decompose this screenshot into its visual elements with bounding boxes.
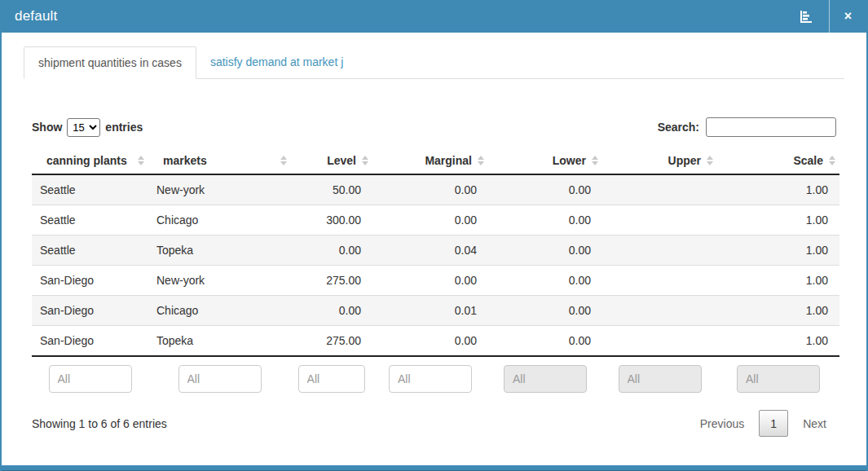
bottom-accent-bar bbox=[2, 465, 866, 471]
cell-canning-plants: San-Diego bbox=[32, 266, 148, 296]
cell-marginal: 0.04 bbox=[372, 236, 488, 266]
next-page-button[interactable]: Next bbox=[793, 412, 836, 435]
cell-scale: 1.00 bbox=[717, 296, 839, 326]
search-input[interactable] bbox=[706, 117, 836, 137]
cell-upper bbox=[602, 205, 717, 236]
sort-icon[interactable] bbox=[478, 156, 484, 165]
sort-icon[interactable] bbox=[280, 156, 287, 165]
table-toolbar: Show 15 entries Search: bbox=[32, 117, 836, 137]
sort-icon[interactable] bbox=[138, 156, 144, 165]
previous-page-button[interactable]: Previous bbox=[690, 412, 754, 435]
bar-chart-icon[interactable] bbox=[783, 0, 829, 33]
search-control: Search: bbox=[658, 117, 836, 137]
tab-shipment-quantities[interactable]: shipment quantities in cases bbox=[24, 46, 196, 79]
cell-marginal: 0.00 bbox=[372, 326, 488, 357]
tab-bar: shipment quantities in cases satisfy dem… bbox=[24, 46, 844, 79]
sort-icon[interactable] bbox=[592, 156, 598, 165]
cell-upper bbox=[602, 236, 717, 266]
table-row: San-DiegoTopeka275.000.000.001.00 bbox=[32, 326, 839, 357]
cell-canning-plants: Seattle bbox=[32, 205, 148, 236]
cell-upper bbox=[602, 174, 717, 205]
column-header-level[interactable]: Level bbox=[291, 147, 372, 174]
column-label: Lower bbox=[553, 154, 586, 167]
cell-lower: 0.00 bbox=[488, 326, 602, 357]
cell-canning-plants: Seattle bbox=[32, 236, 148, 266]
table-row: SeattleChicago300.000.000.001.00 bbox=[32, 205, 839, 236]
cell-lower: 0.00 bbox=[488, 236, 602, 266]
column-filter-row bbox=[32, 356, 839, 398]
sort-icon[interactable] bbox=[707, 156, 713, 165]
titlebar: default × bbox=[2, 0, 866, 33]
column-label: Scale bbox=[793, 154, 823, 167]
pagination: Previous 1 Next bbox=[690, 410, 836, 437]
cell-scale: 1.00 bbox=[717, 236, 839, 266]
cell-scale: 1.00 bbox=[717, 326, 839, 357]
cell-canning-plants: Seattle bbox=[32, 174, 148, 205]
cell-markets: New-york bbox=[148, 174, 291, 205]
cell-scale: 1.00 bbox=[717, 174, 839, 205]
filter-input-canning-plants[interactable] bbox=[49, 365, 132, 393]
dialog-title: default bbox=[15, 8, 57, 24]
cell-upper bbox=[602, 266, 717, 296]
cell-markets: Topeka bbox=[148, 236, 291, 266]
cell-level: 300.00 bbox=[291, 205, 372, 236]
titlebar-actions: × bbox=[783, 0, 866, 33]
cell-level: 275.00 bbox=[291, 266, 372, 296]
cell-scale: 1.00 bbox=[717, 266, 839, 296]
column-label: Upper bbox=[668, 154, 701, 167]
filter-input-scale bbox=[737, 365, 820, 393]
filter-input-markets[interactable] bbox=[178, 365, 262, 393]
column-header-markets[interactable]: markets bbox=[148, 147, 291, 174]
table-row: SeattleTopeka0.000.040.001.00 bbox=[32, 236, 839, 266]
entries-info: Showing 1 to 6 of 6 entries bbox=[32, 417, 167, 430]
cell-canning-plants: San-Diego bbox=[32, 296, 148, 326]
cell-level: 0.00 bbox=[291, 296, 372, 326]
filter-input-upper bbox=[619, 365, 702, 393]
table-row: SeattleNew-york50.000.000.001.00 bbox=[32, 174, 839, 205]
table-row: San-DiegoNew-york275.000.000.001.00 bbox=[32, 266, 839, 296]
cell-markets: Chicago bbox=[148, 205, 291, 236]
cell-marginal: 0.01 bbox=[372, 296, 488, 326]
cell-lower: 0.00 bbox=[488, 266, 602, 296]
column-header-scale[interactable]: Scale bbox=[717, 147, 839, 174]
page-length-control: Show 15 entries bbox=[32, 118, 143, 137]
cell-markets: Chicago bbox=[148, 296, 291, 326]
cell-marginal: 0.00 bbox=[372, 174, 488, 205]
cell-upper bbox=[602, 326, 717, 357]
page-number-button[interactable]: 1 bbox=[759, 410, 788, 437]
entries-label: entries bbox=[105, 121, 143, 134]
page-length-select[interactable]: 15 bbox=[67, 118, 100, 137]
cell-lower: 0.00 bbox=[488, 296, 602, 326]
sort-icon[interactable] bbox=[829, 156, 835, 165]
close-icon[interactable]: × bbox=[830, 0, 866, 33]
column-label: Marginal bbox=[425, 154, 472, 167]
filter-input-lower bbox=[504, 365, 587, 393]
filter-input-level[interactable] bbox=[298, 365, 366, 393]
column-header-canning-plants[interactable]: canning plants bbox=[32, 147, 148, 174]
column-header-marginal[interactable]: Marginal bbox=[372, 147, 488, 174]
sort-icon[interactable] bbox=[362, 156, 368, 165]
tab-satisfy-demand[interactable]: satisfy demand at market j bbox=[196, 46, 357, 78]
cell-lower: 0.00 bbox=[488, 205, 602, 236]
datatable-section: Show 15 entries Search: canning plantsma… bbox=[2, 117, 866, 437]
column-label: canning plants bbox=[46, 154, 127, 167]
column-label: Level bbox=[327, 154, 356, 167]
filter-input-marginal[interactable] bbox=[389, 365, 472, 393]
results-table: canning plantsmarketsLevelMarginalLowerU… bbox=[32, 147, 839, 398]
column-header-lower[interactable]: Lower bbox=[488, 147, 602, 174]
cell-upper bbox=[602, 296, 717, 326]
cell-level: 50.00 bbox=[291, 174, 372, 205]
column-label: markets bbox=[163, 154, 207, 167]
results-dialog: default × shipment quantities in cases s… bbox=[0, 0, 868, 471]
search-label: Search: bbox=[658, 121, 699, 134]
table-footer: Showing 1 to 6 of 6 entries Previous 1 N… bbox=[32, 410, 836, 437]
cell-canning-plants: San-Diego bbox=[32, 326, 148, 357]
cell-marginal: 0.00 bbox=[372, 266, 488, 296]
column-header-upper[interactable]: Upper bbox=[602, 147, 717, 174]
show-label: Show bbox=[32, 121, 62, 134]
cell-level: 275.00 bbox=[291, 326, 372, 357]
cell-marginal: 0.00 bbox=[372, 205, 488, 236]
table-row: San-DiegoChicago0.000.010.001.00 bbox=[32, 296, 839, 326]
cell-markets: Topeka bbox=[148, 326, 291, 357]
cell-scale: 1.00 bbox=[717, 205, 839, 236]
